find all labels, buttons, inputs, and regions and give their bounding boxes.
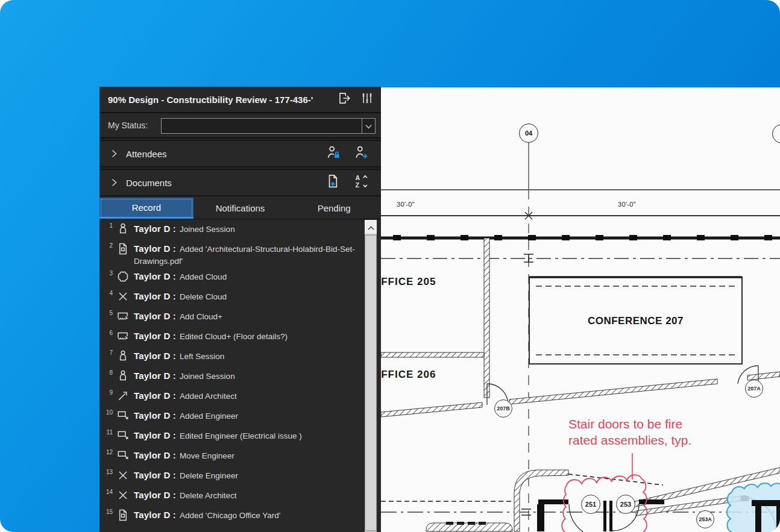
record-row[interactable]: 3Taylor D :Added Cloud [99, 268, 381, 287]
add-attendee-button[interactable] [353, 146, 369, 161]
blue-cloud-markup[interactable] [727, 483, 780, 532]
door-tag-251: 251 [581, 495, 600, 514]
scroll-up-button[interactable] [365, 220, 377, 234]
red-text-markup[interactable]: Stair doors to be fire rated assemblies,… [568, 416, 691, 448]
delete-icon [116, 489, 130, 502]
record-row-text: Taylor D :Delete Cloud [134, 290, 363, 303]
tab-notifications[interactable]: Notifications [193, 198, 288, 219]
sort-az-button[interactable]: A Z [353, 175, 369, 190]
record-row-action: Joined Session [180, 225, 235, 234]
record-row-number: 9 [103, 389, 113, 396]
record-row-action: Added Architect [180, 392, 237, 401]
room-label-office-205: OFFICE 205 [381, 276, 436, 288]
record-row[interactable]: 6Taylor D :Edited Cloud+ (Floor details?… [99, 327, 381, 347]
record-row-number: 3 [103, 270, 113, 277]
tab-pending[interactable]: Pending [287, 198, 381, 219]
leave-session-button[interactable] [335, 92, 353, 107]
record-row[interactable]: 5Taylor D :Add Cloud+ [99, 307, 381, 327]
record-row-author: Taylor D : [134, 450, 176, 460]
my-status-row: My Status: [99, 113, 381, 139]
record-row-author: Taylor D : [134, 490, 176, 500]
document-icon [116, 242, 130, 255]
record-row-action: Delete Cloud [180, 292, 227, 301]
record-row-action: Added 'Chicago Office Yard' [180, 511, 280, 520]
app-canvas: 90% Design - Constructibility Review - 1… [0, 0, 780, 532]
record-row-number: 10 [103, 409, 113, 416]
record-row-action: Edited Cloud+ (Floor details?) [180, 332, 288, 341]
sort-az-icon: A Z [353, 174, 369, 192]
record-row-action: Left Session [180, 352, 224, 361]
record-row-text: Taylor D :Move Engineer [134, 449, 363, 462]
record-row[interactable]: 14Taylor D :Delete Architect [99, 486, 381, 506]
room-label-conference-207: CONFERENCE 207 [529, 315, 742, 327]
record-row-author: Taylor D : [134, 224, 176, 234]
record-row[interactable]: 10Taylor D :Added Engineer [99, 407, 381, 427]
record-list-scrollbar[interactable] [365, 220, 377, 532]
record-row[interactable]: 11Taylor D :Edited Engineer (Electrical … [99, 427, 381, 446]
dimension-right: 30'-0" [609, 201, 645, 208]
dimension-left: 30'-0" [388, 201, 423, 208]
record-row-author: Taylor D : [134, 311, 176, 321]
record-row[interactable]: 1Taylor D :Joined Session [99, 220, 381, 240]
restrict-attendees-button[interactable] [326, 146, 341, 161]
record-row-number: 4 [103, 290, 113, 296]
attendees-label: Attendees [126, 149, 326, 159]
my-status-dropdown[interactable] [161, 118, 376, 134]
svg-text:Z: Z [356, 181, 360, 189]
record-row-author: Taylor D : [134, 371, 176, 381]
record-row-number: 8 [103, 369, 113, 376]
callout-icon [116, 409, 130, 422]
documents-label: Documents [126, 178, 326, 188]
record-row-text: Taylor D :Added Architect [134, 390, 363, 402]
my-status-value [162, 119, 362, 133]
record-row[interactable]: 8Taylor D :Joined Session [99, 367, 381, 387]
grid-and-dimension-lines [381, 142, 780, 531]
scrollbar-thumb[interactable] [365, 235, 377, 531]
record-row-action: Move Engineer [180, 451, 234, 460]
record-row[interactable]: 7Taylor D :Left Session [99, 347, 381, 367]
door-tag-207a: 207A [745, 380, 763, 398]
grid-bubble-04: 04 [519, 124, 538, 143]
person-lock-icon [326, 145, 341, 163]
record-row[interactable]: 4Taylor D :Delete Cloud [99, 287, 381, 307]
record-row-text: Taylor D :Delete Architect [134, 489, 363, 502]
studio-session-panel: 90% Design - Constructibility Review - 1… [99, 87, 381, 532]
svg-text:A: A [356, 174, 360, 181]
drawing-viewport: 04 30'-0" 30'-0" OFFICE 205 CONFERENCE 2… [381, 87, 780, 532]
record-row-text: Taylor D :Add Cloud+ [134, 310, 363, 323]
delete-icon [116, 469, 130, 482]
record-row-number: 14 [103, 489, 113, 495]
record-row-author: Taylor D : [134, 510, 176, 520]
record-row-number: 13 [103, 469, 113, 475]
session-settings-button[interactable] [358, 92, 376, 107]
person-icon [116, 369, 130, 383]
record-row[interactable]: 2Taylor D :Added 'Architectural-Structur… [99, 240, 381, 268]
attendees-section-header[interactable]: Attendees [99, 140, 381, 167]
tab-record[interactable]: Record [99, 198, 193, 219]
record-row-author: Taylor D : [134, 430, 176, 440]
record-row-text: Taylor D :Added Engineer [134, 410, 363, 422]
sliders-icon [360, 92, 374, 107]
chevron-up-icon [368, 222, 374, 233]
dropdown-arrow-button[interactable] [362, 119, 375, 133]
record-row-number: 12 [103, 449, 113, 455]
door-tag-253: 253 [616, 495, 635, 514]
add-document-button[interactable] [326, 175, 341, 190]
record-row[interactable]: 13Taylor D :Delete Engineer [99, 466, 381, 486]
record-row-author: Taylor D : [134, 331, 176, 341]
record-row-text: Taylor D :Joined Session [134, 223, 363, 236]
record-row[interactable]: 15Taylor D :Added 'Chicago Office Yard' [99, 506, 381, 526]
record-row-number: 1 [103, 222, 113, 229]
session-tabs: Record Notifications Pending [99, 198, 381, 219]
person-icon [116, 222, 130, 236]
delete-icon [116, 290, 130, 303]
door-tag-207b: 207B [494, 399, 512, 418]
documents-section-header[interactable]: Documents A Z [99, 169, 381, 196]
my-status-label: My Status: [108, 120, 148, 130]
person-icon [116, 349, 130, 363]
record-row[interactable]: 9Taylor D :Added Architect [99, 387, 381, 407]
record-row-author: Taylor D : [134, 243, 176, 254]
record-row[interactable]: 12Taylor D :Move Engineer [99, 446, 381, 466]
callout-icon [116, 449, 130, 462]
person-plus-icon [353, 145, 369, 163]
